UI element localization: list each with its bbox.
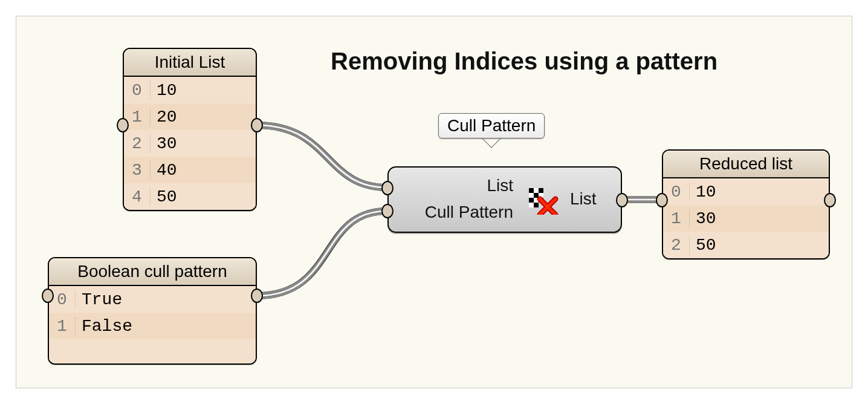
panel-body: 010 130 250 — [663, 178, 829, 258]
panel-reduced-list[interactable]: Reduced list 010 130 250 — [662, 149, 830, 259]
list-item: 120 — [124, 103, 256, 130]
list-item: 250 — [663, 232, 829, 258]
panel-output-grip[interactable] — [824, 193, 836, 207]
node-tooltip: Cull Pattern — [438, 113, 545, 138]
panel-header: Reduced list — [663, 151, 829, 178]
list-item: 230 — [124, 130, 256, 157]
node-output-label: List — [570, 189, 597, 209]
node-input-grip-list[interactable] — [381, 181, 394, 195]
node-input-list-label: List — [487, 176, 513, 195]
panel-boolean-pattern[interactable]: Boolean cull pattern 0True 1False — [48, 257, 257, 365]
svg-rect-0 — [529, 188, 534, 193]
cull-pattern-icon — [529, 188, 559, 215]
node-input-grip-pattern[interactable] — [381, 204, 394, 218]
panel-empty-space — [49, 339, 256, 363]
diagram-title: Removing Indices using a pattern — [331, 48, 717, 75]
svg-rect-6 — [529, 198, 534, 203]
node-output-grip[interactable] — [616, 193, 628, 207]
panel-input-grip[interactable] — [42, 288, 54, 303]
svg-rect-1 — [534, 188, 539, 193]
list-item: 1False — [49, 313, 256, 339]
panel-input-grip[interactable] — [656, 193, 668, 207]
list-item: 130 — [663, 205, 829, 232]
panel-header: Boolean cull pattern — [49, 258, 256, 286]
svg-rect-9 — [529, 203, 534, 207]
panel-body: 0True 1False — [49, 286, 256, 339]
node-input-pattern-label: Cull Pattern — [425, 203, 513, 222]
diagram-canvas: Removing Indices using a pattern Initial… — [16, 16, 852, 388]
list-item: 450 — [124, 183, 256, 210]
panel-input-grip[interactable] — [117, 118, 129, 132]
panel-header: Initial List — [124, 49, 256, 77]
list-item: 010 — [663, 178, 829, 205]
svg-rect-3 — [529, 193, 534, 198]
list-item: 340 — [124, 157, 256, 183]
list-item: 0True — [49, 286, 256, 313]
node-cull-pattern[interactable]: List Cull Pattern List — [387, 166, 622, 233]
list-item: 010 — [124, 77, 256, 103]
panel-body: 010 120 230 340 450 — [124, 77, 256, 210]
svg-rect-10 — [534, 203, 539, 207]
panel-output-grip[interactable] — [251, 288, 263, 303]
panel-output-grip[interactable] — [251, 118, 263, 132]
svg-rect-4 — [534, 193, 539, 198]
panel-initial-list[interactable]: Initial List 010 120 230 340 450 — [123, 48, 257, 211]
svg-rect-2 — [539, 188, 543, 193]
